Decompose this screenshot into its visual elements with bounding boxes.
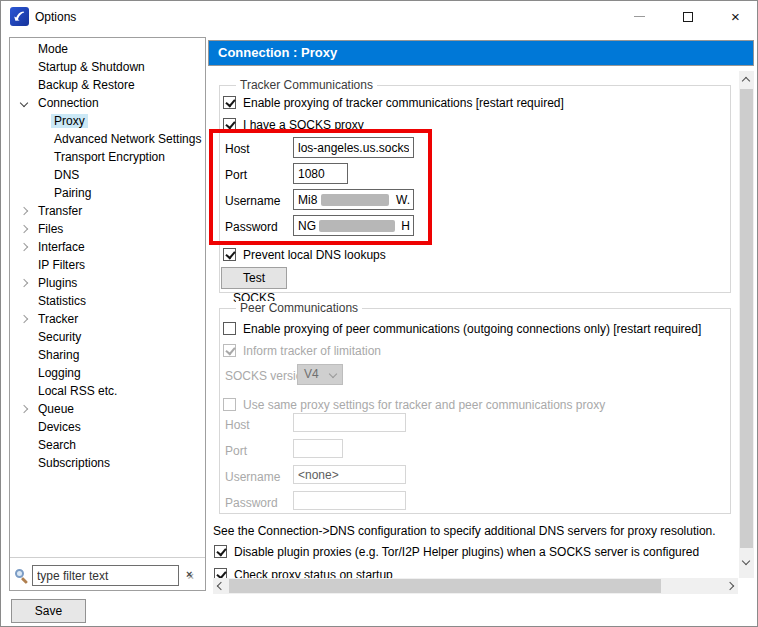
chevron-right-icon[interactable] [20, 207, 28, 215]
options-window: Options × ModeStartup & ShutdownBackup &… [0, 0, 758, 627]
peer-username-input [293, 465, 406, 484]
sidebar-item-interface[interactable]: Interface [10, 239, 205, 257]
save-button[interactable]: Save [11, 599, 86, 623]
sidebar-item-label: Interface [38, 240, 85, 254]
sidebar-item-local-rss-etc[interactable]: Local RSS etc. [10, 383, 205, 401]
peer-host-input [293, 413, 406, 432]
sidebar-item-mode[interactable]: Mode [10, 41, 205, 59]
chevron-right-icon[interactable] [20, 225, 28, 233]
chevron-right-icon[interactable] [20, 405, 28, 413]
sidebar-item-plugins[interactable]: Plugins [10, 275, 205, 293]
options-tree: ModeStartup & ShutdownBackup & RestoreCo… [9, 37, 206, 591]
enable-peer-proxy-checkbox[interactable]: Enable proxying of peer communications (… [223, 321, 701, 336]
scroll-up-icon[interactable] [742, 77, 750, 85]
maximize-icon [683, 12, 693, 22]
sidebar-item-devices[interactable]: Devices [10, 419, 205, 437]
chevron-right-icon[interactable] [20, 243, 28, 251]
sidebar-item-transport-encryption[interactable]: Transport Encryption [10, 149, 205, 167]
sidebar-item-label: Pairing [54, 186, 91, 200]
checkbox-checked-icon [223, 248, 236, 261]
sidebar-item-label: Logging [38, 366, 81, 380]
vuze-app-icon [10, 7, 29, 26]
peer-port-label: Port [225, 444, 247, 458]
sidebar-item-label: Devices [38, 420, 81, 434]
sidebar-item-label: Connection [38, 96, 99, 110]
enable-tracker-proxy-checkbox[interactable]: Enable proxying of tracker communication… [223, 95, 564, 110]
sidebar-item-label: IP Filters [38, 258, 85, 272]
group-title: Tracker Communications [236, 78, 377, 92]
peer-password-label: Password [225, 496, 278, 510]
sidebar-item-label: Files [38, 222, 63, 236]
checkbox-checked-icon [214, 545, 227, 558]
scroll-left-icon[interactable] [217, 582, 225, 590]
vertical-scrollbar-thumb[interactable] [740, 89, 753, 548]
sidebar-item-backup-restore[interactable]: Backup & Restore [10, 77, 205, 95]
checkbox-checked-icon [223, 96, 236, 109]
horizontal-scrollbar[interactable] [213, 578, 738, 594]
sidebar-item-label: Backup & Restore [38, 78, 135, 92]
clear-filter-icon[interactable]: × [186, 569, 192, 580]
minimize-icon [634, 16, 645, 17]
sidebar-item-label: Subscriptions [38, 456, 110, 470]
sidebar-item-label: Transfer [38, 204, 82, 218]
disable-plugin-proxies-checkbox[interactable]: Disable plugin proxies (e.g. Tor/I2P Hel… [214, 544, 699, 559]
chevron-right-icon[interactable] [20, 279, 28, 287]
sidebar-item-label: Advanced Network Settings [54, 132, 201, 146]
sidebar-item-subscriptions[interactable]: Subscriptions [10, 455, 205, 473]
sidebar-item-label: Proxy [51, 114, 88, 128]
sidebar-item-label: Statistics [38, 294, 86, 308]
window-title: Options [35, 10, 76, 24]
sidebar-item-label: Security [38, 330, 81, 344]
peer-host-label: Host [225, 418, 250, 432]
sidebar-item-sharing[interactable]: Sharing [10, 347, 205, 365]
sidebar-item-advanced-network-settings[interactable]: Advanced Network Settings [10, 131, 205, 149]
chevron-down-icon [329, 370, 337, 378]
sidebar-item-pairing[interactable]: Pairing [10, 185, 205, 203]
peer-username-label: Username [225, 470, 280, 484]
group-title: Peer Communications [236, 301, 362, 315]
filter-input[interactable] [32, 565, 179, 586]
sidebar-item-label: Mode [38, 42, 68, 56]
dns-note: See the Connection->DNS configuration to… [213, 524, 716, 538]
sidebar-item-files[interactable]: Files [10, 221, 205, 239]
sidebar-item-label: Startup & Shutdown [38, 60, 145, 74]
minimize-button[interactable] [616, 1, 663, 32]
checkbox-unchecked-icon [223, 322, 236, 335]
sidebar-item-label: Plugins [38, 276, 77, 290]
sidebar-item-label: Tracker [38, 312, 78, 326]
close-button[interactable]: × [712, 1, 758, 32]
peer-port-input [293, 439, 343, 458]
socks-version-dropdown: V4 [297, 364, 343, 385]
checkbox-unchecked-disabled-icon [223, 398, 236, 411]
sidebar-item-label: Sharing [38, 348, 79, 362]
filter-separator [10, 557, 205, 558]
inform-tracker-checkbox: Inform tracker of limitation [223, 343, 381, 358]
maximize-button[interactable] [664, 1, 711, 32]
sidebar-item-queue[interactable]: Queue [10, 401, 205, 419]
scroll-down-icon[interactable] [742, 557, 750, 565]
sidebar-item-startup-shutdown[interactable]: Startup & Shutdown [10, 59, 205, 77]
horizontal-scrollbar-thumb[interactable] [229, 579, 661, 593]
sidebar-item-label: Queue [38, 402, 74, 416]
vertical-scrollbar[interactable] [739, 71, 754, 578]
sidebar-item-logging[interactable]: Logging [10, 365, 205, 383]
test-socks-button[interactable]: Test SOCKS [221, 267, 287, 289]
chevron-right-icon[interactable] [20, 315, 28, 323]
sidebar-item-tracker[interactable]: Tracker [10, 311, 205, 329]
scroll-right-icon[interactable] [726, 582, 734, 590]
chevron-down-icon[interactable] [20, 99, 28, 107]
sidebar-item-transfer[interactable]: Transfer [10, 203, 205, 221]
sidebar-item-dns[interactable]: DNS [10, 167, 205, 185]
annotation-rectangle [209, 129, 432, 245]
use-same-proxy-checkbox: Use same proxy settings for tracker and … [223, 397, 605, 412]
sidebar-item-search[interactable]: Search [10, 437, 205, 455]
checkbox-checked-disabled-icon [223, 344, 236, 357]
sidebar-item-ip-filters[interactable]: IP Filters [10, 257, 205, 275]
close-icon: × [731, 9, 740, 24]
sidebar-item-statistics[interactable]: Statistics [10, 293, 205, 311]
sidebar-item-connection[interactable]: Connection [10, 95, 205, 113]
sidebar-item-proxy[interactable]: Proxy [10, 113, 205, 131]
sidebar-item-security[interactable]: Security [10, 329, 205, 347]
prevent-dns-lookups-checkbox[interactable]: Prevent local DNS lookups [223, 247, 386, 262]
search-icon [15, 569, 30, 584]
